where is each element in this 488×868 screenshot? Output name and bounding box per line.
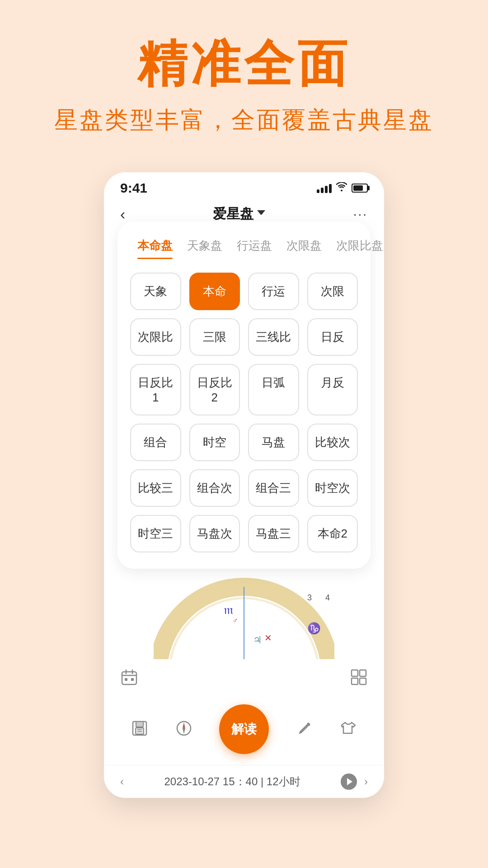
tab-transit[interactable]: 行运盘 [230, 238, 279, 259]
btn-bijiaoci[interactable]: 比较次 [307, 424, 358, 461]
btn-xingyun[interactable]: 行运 [248, 273, 299, 310]
svg-rect-17 [131, 678, 134, 681]
svg-text:3: 3 [307, 593, 312, 602]
chart-preview: 3 4 𝔪 ♂ ♑ ♃ ✕ [104, 569, 384, 659]
play-button[interactable] [341, 774, 357, 790]
btn-rifan[interactable]: 日反 [307, 318, 358, 356]
more-button[interactable]: ··· [353, 207, 368, 222]
svg-point-30 [183, 727, 185, 730]
tab-sky[interactable]: 天象盘 [180, 238, 230, 259]
btn-sanxian[interactable]: 三限 [189, 318, 240, 356]
status-bar: 9:41 [104, 172, 384, 200]
wifi-icon [336, 182, 347, 194]
svg-text:♂: ♂ [233, 617, 238, 624]
save-icon[interactable] [131, 720, 148, 739]
signal-icon [317, 183, 332, 193]
svg-rect-24 [136, 728, 144, 734]
time-prev[interactable]: ‹ [120, 775, 124, 788]
phone-mockup: 9:41 ‹ [0, 172, 488, 798]
btn-zuhesan[interactable]: 组合三 [248, 469, 299, 507]
time-bar: ‹ 2023-10-27 15：40 | 12小时 › [104, 765, 384, 798]
edit-icon[interactable] [296, 720, 313, 739]
shirt-icon[interactable] [340, 720, 357, 739]
interpret-button[interactable]: 解读 [219, 704, 269, 754]
svg-rect-19 [360, 670, 366, 676]
svg-rect-12 [122, 672, 136, 684]
svg-rect-16 [125, 678, 127, 681]
btn-sanxianbi[interactable]: 三线比 [248, 318, 299, 356]
svg-rect-18 [352, 670, 358, 676]
btn-benming[interactable]: 本命 [189, 273, 240, 310]
nav-title: 爱星盘 [213, 205, 265, 223]
btn-zuheci[interactable]: 组合次 [189, 469, 240, 507]
btn-yuefan[interactable]: 月反 [307, 364, 358, 415]
compass-icon[interactable] [175, 720, 192, 739]
btn-rihuo[interactable]: 日弧 [248, 364, 299, 415]
tabs-row: 本命盘 天象盘 行运盘 次限盘 次限比盘 [130, 238, 358, 259]
btn-mapan[interactable]: 马盘 [248, 424, 299, 461]
btn-mapanci[interactable]: 马盘次 [189, 515, 240, 552]
btn-rifanbi2[interactable]: 日反比2 [189, 364, 240, 415]
hero-subtitle: 星盘类型丰富，全面覆盖古典星盘 [18, 104, 470, 136]
action-bar: 解读 [104, 697, 384, 765]
dropdown-icon[interactable] [257, 210, 265, 218]
chart-type-card: 本命盘 天象盘 行运盘 次限盘 次限比盘 天象 本命 行运 次限 次限比 三限 … [117, 222, 371, 569]
svg-text:✕: ✕ [264, 633, 272, 643]
btn-cixianbi[interactable]: 次限比 [130, 318, 181, 356]
svg-rect-21 [360, 678, 366, 684]
btn-cixian[interactable]: 次限 [307, 273, 358, 310]
tab-solar-comp[interactable]: 次限比盘 [329, 238, 384, 259]
tab-solar[interactable]: 次限盘 [279, 238, 329, 259]
svg-rect-20 [352, 678, 358, 684]
status-icons [317, 182, 368, 194]
status-time: 9:41 [120, 180, 147, 196]
chart-svg-container: 3 4 𝔪 ♂ ♑ ♃ ✕ [104, 569, 384, 659]
svg-text:♃: ♃ [253, 634, 262, 646]
svg-text:4: 4 [325, 593, 330, 602]
btn-tianxiang[interactable]: 天象 [130, 273, 181, 310]
time-next[interactable]: › [364, 775, 368, 788]
btn-shikong[interactable]: 时空 [189, 424, 240, 461]
tab-natal[interactable]: 本命盘 [130, 238, 180, 259]
grid-layout-icon[interactable] [350, 668, 368, 688]
btn-rifanbi1[interactable]: 日反比1 [130, 364, 181, 415]
svg-rect-23 [136, 722, 143, 727]
astro-chart: 3 4 𝔪 ♂ ♑ ♃ ✕ [154, 573, 334, 659]
btn-benming2[interactable]: 本命2 [307, 515, 358, 552]
btn-zuhe[interactable]: 组合 [130, 424, 181, 461]
battery-icon [352, 184, 368, 193]
svg-text:𝔪: 𝔪 [224, 603, 233, 617]
hero-section: 精准全面 星盘类型丰富，全面覆盖古典星盘 [0, 0, 488, 154]
btn-shikongsan[interactable]: 时空三 [130, 515, 181, 552]
calendar-icon[interactable] [120, 668, 138, 688]
btn-bijiaosan[interactable]: 比较三 [130, 469, 181, 507]
svg-text:♑: ♑ [307, 622, 321, 635]
btn-shikongci[interactable]: 时空次 [307, 469, 358, 507]
back-button[interactable]: ‹ [120, 205, 125, 223]
chart-type-grid: 天象 本命 行运 次限 次限比 三限 三线比 日反 日反比1 日反比2 日弧 月… [130, 273, 358, 552]
hero-title: 精准全面 [18, 36, 470, 91]
btn-mapansan[interactable]: 马盘三 [248, 515, 299, 552]
time-display: 2023-10-27 15：40 | 12小时 [131, 774, 333, 789]
phone-frame: 9:41 ‹ [104, 172, 384, 798]
bottom-toolbar [104, 659, 384, 697]
